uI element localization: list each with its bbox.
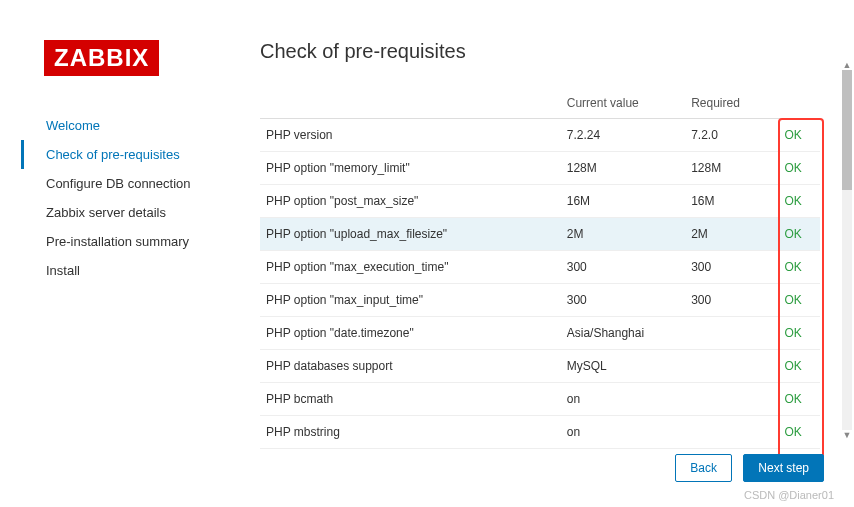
- nav-item: Zabbix server details: [46, 198, 260, 227]
- button-row: Back Next step: [667, 454, 824, 482]
- table-body: PHP version7.2.247.2.0OKPHP option "memo…: [260, 119, 820, 449]
- cell-required: 128M: [685, 152, 778, 185]
- scrollbar[interactable]: ▲ ▼: [842, 60, 852, 440]
- th-current: Current value: [561, 88, 685, 119]
- cell-name: PHP version: [260, 119, 561, 152]
- nav-item[interactable]: Check of pre-requisites: [46, 140, 260, 169]
- cell-status: OK: [779, 119, 821, 152]
- cell-current: 128M: [561, 152, 685, 185]
- table-row: PHP databases supportMySQLOK: [260, 350, 820, 383]
- cell-required: [685, 416, 778, 449]
- nav-item[interactable]: Welcome: [46, 111, 260, 140]
- cell-name: PHP option "max_input_time": [260, 284, 561, 317]
- cell-name: PHP option "upload_max_filesize": [260, 218, 561, 251]
- table-row: PHP option "post_max_size"16M16MOK: [260, 185, 820, 218]
- cell-current: Asia/Shanghai: [561, 317, 685, 350]
- nav-item: Install: [46, 256, 260, 285]
- cell-current: on: [561, 416, 685, 449]
- cell-status: OK: [779, 284, 821, 317]
- table-row: PHP mbstringonOK: [260, 416, 820, 449]
- table-row: PHP option "memory_limit"128M128MOK: [260, 152, 820, 185]
- table-row: PHP option "upload_max_filesize"2M2MOK: [260, 218, 820, 251]
- cell-current: 7.2.24: [561, 119, 685, 152]
- page-title: Check of pre-requisites: [260, 40, 834, 63]
- cell-status: OK: [779, 152, 821, 185]
- nav-item: Pre-installation summary: [46, 227, 260, 256]
- cell-required: 300: [685, 284, 778, 317]
- cell-status: OK: [779, 350, 821, 383]
- table-wrapper: Current value Required PHP version7.2.24…: [260, 88, 820, 449]
- scroll-down-icon[interactable]: ▼: [842, 430, 852, 440]
- cell-required: [685, 350, 778, 383]
- back-button[interactable]: Back: [675, 454, 732, 482]
- logo: ZABBIX: [44, 40, 159, 76]
- scroll-thumb[interactable]: [842, 70, 852, 190]
- cell-status: OK: [779, 317, 821, 350]
- cell-status: OK: [779, 251, 821, 284]
- cell-current: on: [561, 383, 685, 416]
- table-row: PHP option "max_execution_time"300300OK: [260, 251, 820, 284]
- table-row: PHP version7.2.247.2.0OK: [260, 119, 820, 152]
- cell-status: OK: [779, 185, 821, 218]
- cell-required: 300: [685, 251, 778, 284]
- table-row: PHP option "max_input_time"300300OK: [260, 284, 820, 317]
- cell-required: 7.2.0: [685, 119, 778, 152]
- table-row: PHP bcmathonOK: [260, 383, 820, 416]
- cell-name: PHP option "memory_limit": [260, 152, 561, 185]
- cell-name: PHP option "max_execution_time": [260, 251, 561, 284]
- app-container: ZABBIX WelcomeCheck of pre-requisitesCon…: [0, 0, 854, 507]
- cell-status: OK: [779, 416, 821, 449]
- cell-current: 300: [561, 251, 685, 284]
- table-header-row: Current value Required: [260, 88, 820, 119]
- scroll-up-icon[interactable]: ▲: [842, 60, 852, 70]
- nav-list: WelcomeCheck of pre-requisitesConfigure …: [44, 111, 260, 285]
- cell-name: PHP mbstring: [260, 416, 561, 449]
- cell-required: 2M: [685, 218, 778, 251]
- cell-current: 16M: [561, 185, 685, 218]
- th-required: Required: [685, 88, 778, 119]
- cell-required: [685, 317, 778, 350]
- scroll-track[interactable]: [842, 70, 852, 430]
- cell-required: 16M: [685, 185, 778, 218]
- cell-name: PHP bcmath: [260, 383, 561, 416]
- cell-current: MySQL: [561, 350, 685, 383]
- cell-status: OK: [779, 218, 821, 251]
- cell-name: PHP option "post_max_size": [260, 185, 561, 218]
- nav-item: Configure DB connection: [46, 169, 260, 198]
- cell-status: OK: [779, 383, 821, 416]
- th-name: [260, 88, 561, 119]
- cell-name: PHP databases support: [260, 350, 561, 383]
- sidebar: ZABBIX WelcomeCheck of pre-requisitesCon…: [0, 0, 260, 507]
- cell-name: PHP option "date.timezone": [260, 317, 561, 350]
- main-content: Check of pre-requisites Current value Re…: [260, 0, 854, 507]
- cell-required: [685, 383, 778, 416]
- next-step-button[interactable]: Next step: [743, 454, 824, 482]
- watermark-text: CSDN @Dianer01: [744, 489, 834, 501]
- table-row: PHP option "date.timezone"Asia/ShanghaiO…: [260, 317, 820, 350]
- th-status: [779, 88, 821, 119]
- cell-current: 2M: [561, 218, 685, 251]
- prereq-table: Current value Required PHP version7.2.24…: [260, 88, 820, 449]
- cell-current: 300: [561, 284, 685, 317]
